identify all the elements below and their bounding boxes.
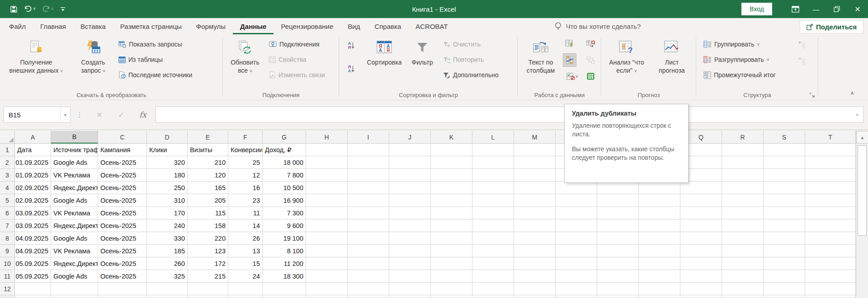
tell-me-box[interactable]: Что вы хотите сделать? [555,22,641,34]
cell-G10[interactable]: 11 200 [263,257,306,270]
cell-R2[interactable] [722,156,764,169]
vertical-scrollbar[interactable]: ▲ [856,131,868,298]
cell-D7[interactable]: 240 [147,219,188,232]
cell-Q8[interactable] [680,232,722,245]
cell-R10[interactable] [722,257,764,270]
enter-formula-button[interactable]: ✓ [111,107,131,123]
cell-D11[interactable]: 325 [147,270,188,283]
cell-E11[interactable]: 215 [188,270,228,283]
row-header-9[interactable]: 9 [0,245,15,257]
manage-data-model-button[interactable] [584,70,597,83]
cell-M6[interactable] [514,207,556,219]
cell-Q4[interactable] [680,182,722,194]
cell-B8[interactable]: Google Ads [51,232,98,245]
cell-L10[interactable] [472,257,514,270]
cell-L1[interactable] [472,144,514,156]
cell-K9[interactable] [431,245,472,257]
cell-L7[interactable] [472,219,514,232]
cell-K3[interactable] [431,169,472,182]
column-header-B[interactable]: B [51,131,98,144]
cell-B9[interactable]: VK Реклама [51,245,98,257]
cell-J10[interactable] [389,257,431,270]
cell-R11[interactable] [722,270,764,283]
redo-dropdown-chevron[interactable]: ˅ [51,7,54,11]
customize-qat-button[interactable] [60,6,66,12]
cell-J11[interactable] [389,270,431,283]
cell-A7[interactable]: 03.09.2025 [15,219,51,232]
cell-I6[interactable] [348,207,389,219]
tab-ACROBAT[interactable]: ACROBAT [408,19,455,34]
cell-F11[interactable]: 24 [228,270,263,283]
clear-filter-button[interactable]: Очистить [441,38,482,51]
cell-T1[interactable] [805,144,856,156]
cell-N7[interactable] [556,219,597,232]
row-header-11[interactable]: 11 [0,270,15,283]
sort-ascending-button[interactable]: АЯ [344,39,358,52]
row-header-10[interactable]: 10 [0,257,15,270]
column-header-S[interactable]: S [764,131,805,144]
share-button[interactable]: Поделиться [800,20,863,33]
cancel-formula-button[interactable]: ✕ [90,107,109,123]
cell-S6[interactable] [764,207,805,219]
cell-D4[interactable]: 250 [147,182,188,194]
cell-A10[interactable]: 05.09.2025 [15,257,51,270]
cell-A6[interactable]: 03.09.2025 [15,207,51,219]
cell-N9[interactable] [556,245,597,257]
cell-D2[interactable]: 320 [147,156,188,169]
cell-P4[interactable] [639,182,680,194]
cell-H11[interactable] [306,270,348,283]
consolidate-button[interactable] [584,37,597,51]
cell-T7[interactable] [805,219,856,232]
insert-function-button[interactable]: fx [133,107,153,123]
cell-T3[interactable] [805,169,856,182]
cell-L4[interactable] [472,182,514,194]
cell-B2[interactable]: Google Ads [51,156,98,169]
row-header-7[interactable]: 7 [0,219,15,232]
tab-Вставка[interactable]: Вставка [73,19,113,34]
cell-O7[interactable] [597,219,639,232]
redo-button[interactable]: ˅ [42,5,54,13]
formula-bar-expand-chevron[interactable]: ˅ [856,112,863,117]
cell-J9[interactable] [389,245,431,257]
cell-G8[interactable]: 19 100 [263,232,306,245]
cell-E8[interactable]: 220 [188,232,228,245]
cell-G9[interactable]: 8 100 [263,245,306,257]
ungroup-button[interactable]: Разгруппировать ˅ [702,53,771,66]
cell-D3[interactable]: 180 [147,169,188,182]
cell-S10[interactable] [764,257,805,270]
cell-J2[interactable] [389,156,431,169]
cell-R1[interactable] [722,144,764,156]
cell-I2[interactable] [348,156,389,169]
get-external-data-button[interactable]: Получение внешних данных ˅ [6,37,66,76]
tab-Разметка страницы[interactable]: Разметка страницы [113,19,189,34]
remove-duplicates-button[interactable] [563,53,576,67]
cell-D8[interactable]: 330 [147,232,188,245]
restore-button[interactable] [826,0,847,18]
cell-G11[interactable]: 18 300 [263,270,306,283]
tab-Рецензирование[interactable]: Рецензирование [274,19,340,34]
name-box-dropdown-chevron[interactable]: ▾ [60,107,70,122]
cell-O6[interactable] [597,207,639,219]
cell-P11[interactable] [639,270,680,283]
cell-R5[interactable] [722,194,764,207]
cell-M2[interactable] [514,156,556,169]
cell-L6[interactable] [472,207,514,219]
tab-Главная[interactable]: Главная [33,19,73,34]
cell-S1[interactable] [764,144,805,156]
cell-P7[interactable] [639,219,680,232]
cell-J5[interactable] [389,194,431,207]
cell-S11[interactable] [764,270,805,283]
row-header-5[interactable]: 5 [0,194,15,207]
cell-F7[interactable]: 14 [228,219,263,232]
cell-K5[interactable] [431,194,472,207]
refresh-all-button[interactable]: Обновить все ˅ [226,37,264,76]
cell-M9[interactable] [514,245,556,257]
reapply-filter-button[interactable]: Повторить [441,53,486,66]
cell-E5[interactable]: 205 [188,194,228,207]
cell-B6[interactable]: VK Реклама [51,207,98,219]
cell-H1[interactable] [306,144,348,156]
cell-B12[interactable] [51,283,98,295]
column-header-D[interactable]: D [147,131,188,144]
cell-G1[interactable]: Доход, ₽ [263,144,306,156]
cell-G5[interactable]: 16 900 [263,194,306,207]
